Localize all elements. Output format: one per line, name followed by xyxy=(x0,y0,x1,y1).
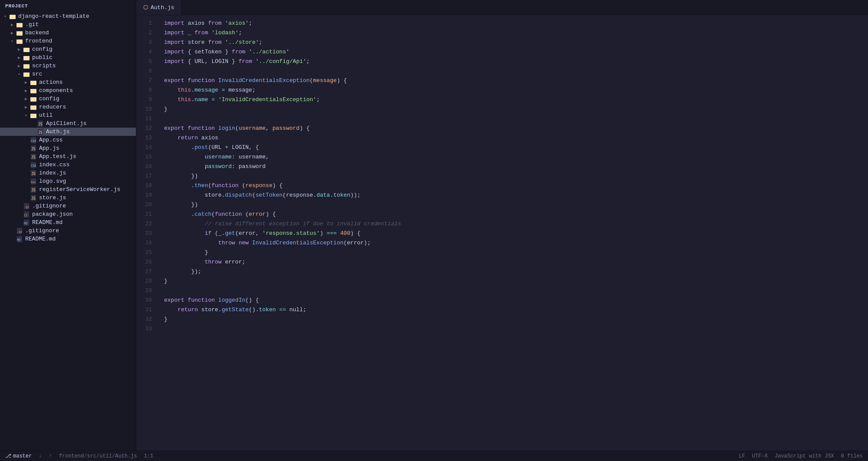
line-number-9: 9 xyxy=(136,95,157,105)
line-number-2: 2 xyxy=(136,28,157,38)
tree-item-public[interactable]: ▶public xyxy=(0,53,136,62)
editor-area: ⬡ Auth.js 123456789101112131415161718192… xyxy=(136,0,868,451)
tree-icon-packagejson: {} xyxy=(23,211,30,217)
line-number-3: 3 xyxy=(136,38,157,47)
tree-arrow-actions: ▶ xyxy=(23,80,30,85)
code-line-2: import _ from 'lodash'; xyxy=(164,28,868,38)
tree-label-auth: Auth.js xyxy=(46,128,70,135)
svg-rect-25 xyxy=(30,114,33,115)
tree-item-root[interactable]: ▾django-react-template xyxy=(0,12,136,20)
svg-rect-23 xyxy=(30,105,33,107)
cursor-position: 1:1 xyxy=(144,453,154,459)
tree-item-readmemd2[interactable]: MDREADME.md xyxy=(0,218,136,227)
code-line-30: export function loggedIn() { xyxy=(164,296,868,305)
tree-item-util[interactable]: ▾util xyxy=(0,111,136,119)
line-number-5: 5 xyxy=(136,57,157,66)
tree-item-registerServiceWorker[interactable]: JSregisterServiceWorker.js xyxy=(0,185,136,194)
line-number-14: 14 xyxy=(136,143,157,152)
tree-item-packagejson[interactable]: {}package.json xyxy=(0,210,136,218)
git-branch[interactable]: ⎇ master xyxy=(5,453,32,459)
tree-icon-appjs: JS xyxy=(30,145,37,151)
line-number-1: 1 xyxy=(136,19,157,28)
tree-label-src: src xyxy=(32,71,42,77)
tree-item-appcss[interactable]: CSSApp.css xyxy=(0,136,136,144)
line-number-16: 16 xyxy=(136,162,157,171)
svg-text:MD: MD xyxy=(24,222,27,225)
code-line-3: import store from '../store'; xyxy=(164,38,868,47)
tree-icon-readmemd2: MD xyxy=(23,220,30,226)
code-line-33 xyxy=(164,324,868,334)
tree-item-gitignore1[interactable]: .gi.gitignore xyxy=(0,227,136,235)
line-number-32: 32 xyxy=(136,315,157,324)
line-number-17: 17 xyxy=(136,171,157,181)
tree-icon-actions xyxy=(30,79,37,86)
tree-item-indexcss[interactable]: CSSindex.css xyxy=(0,161,136,169)
tree-item-scripts[interactable]: ▶scripts xyxy=(0,62,136,70)
line-number-6: 6 xyxy=(136,66,157,76)
tree-item-config2[interactable]: ▶config xyxy=(0,95,136,103)
code-line-26: throw error; xyxy=(164,257,868,267)
tree-item-git[interactable]: ▶.git xyxy=(0,20,136,29)
tree-arrow-src: ▾ xyxy=(16,72,23,77)
line-number-26: 26 xyxy=(136,257,157,267)
filepath: frontend/src/util/Auth.js xyxy=(59,453,137,459)
tree-item-storejs[interactable]: JSstore.js xyxy=(0,194,136,202)
code-line-12: export function login(username, password… xyxy=(164,124,868,133)
code-line-25: } xyxy=(164,248,868,257)
tab-js-icon: ⬡ xyxy=(143,4,148,11)
code-line-32: } xyxy=(164,315,868,324)
svg-text:CSS: CSS xyxy=(31,139,36,143)
tree-label-appcss: App.css xyxy=(39,137,63,143)
tree-item-gitignore2[interactable]: .gi.gitignore xyxy=(0,202,136,210)
svg-rect-13 xyxy=(23,64,26,66)
tab-auth-js[interactable]: ⬡ Auth.js xyxy=(136,0,182,15)
tree-icon-logosvg: SVG xyxy=(30,178,37,184)
code-line-7: export function InvalidCredentialsExcept… xyxy=(164,76,868,86)
tree-item-logosvg[interactable]: SVGlogo.svg xyxy=(0,177,136,185)
tree-item-auth[interactable]: JSAuth.js xyxy=(0,128,136,136)
tree-item-readmemd1[interactable]: MDREADME.md xyxy=(0,235,136,243)
tree-item-components[interactable]: ▶components xyxy=(0,86,136,95)
line-number-10: 10 xyxy=(136,105,157,114)
line-ending: LF xyxy=(739,453,745,459)
tree-arrow-scripts: ▶ xyxy=(16,63,23,69)
tree-item-apptestjs[interactable]: JSApp.test.js xyxy=(0,152,136,161)
code-line-13: return axios xyxy=(164,133,868,143)
tree-icon-git xyxy=(16,22,23,28)
branch-icon: ⎇ xyxy=(5,453,11,459)
tree-item-reducers[interactable]: ▶reducers xyxy=(0,103,136,111)
svg-text:JS: JS xyxy=(31,147,36,151)
svg-rect-9 xyxy=(23,48,26,49)
code-container[interactable]: 1234567891011121314151617181920212223242… xyxy=(136,15,868,451)
tree-label-packagejson: package.json xyxy=(32,211,73,217)
line-number-33: 33 xyxy=(136,324,157,334)
status-bar: ⎇ master ↓ ↑ frontend/src/util/Auth.js 1… xyxy=(0,451,868,461)
tree-arrow-reducers: ▶ xyxy=(23,105,30,110)
tree-label-gitignore1: .gitignore xyxy=(25,227,59,234)
tree-item-src[interactable]: ▾src xyxy=(0,70,136,78)
tree-item-indexjs[interactable]: JSindex.js xyxy=(0,169,136,177)
tree-label-indexjs: index.js xyxy=(39,170,66,176)
tree-icon-frontend xyxy=(16,38,23,44)
tree-item-apiclient[interactable]: JSApiClient.js xyxy=(0,119,136,128)
tree-item-actions[interactable]: ▶actions xyxy=(0,78,136,86)
tree-item-appjs[interactable]: JSApp.js xyxy=(0,144,136,152)
svg-text:JS: JS xyxy=(31,172,36,176)
code-line-4: import { setToken } from '../actions' xyxy=(164,47,868,57)
tree-arrow-util: ▾ xyxy=(23,113,30,118)
svg-rect-21 xyxy=(30,97,33,99)
tree-icon-gitignore2: .gi xyxy=(23,203,30,209)
svg-text:{}: {} xyxy=(24,214,27,217)
tree-item-config[interactable]: ▶config xyxy=(0,45,136,53)
tree-item-backend[interactable]: ▶backend xyxy=(0,29,136,37)
status-right: LF UTF-8 JavaScript with JSX 0 files xyxy=(739,453,863,459)
tree-item-frontend[interactable]: ▾frontend xyxy=(0,37,136,45)
tree-arrow-config2: ▶ xyxy=(23,96,30,102)
line-number-28: 28 xyxy=(136,277,157,286)
tree-icon-scripts xyxy=(23,63,30,69)
tree-label-public: public xyxy=(32,54,53,61)
sidebar-header: Project xyxy=(0,0,136,12)
code-line-21: .catch(function (error) { xyxy=(164,210,868,219)
code-line-10: } xyxy=(164,105,868,114)
file-tree: ▾django-react-template▶.git▶backend▾fron… xyxy=(0,12,136,243)
